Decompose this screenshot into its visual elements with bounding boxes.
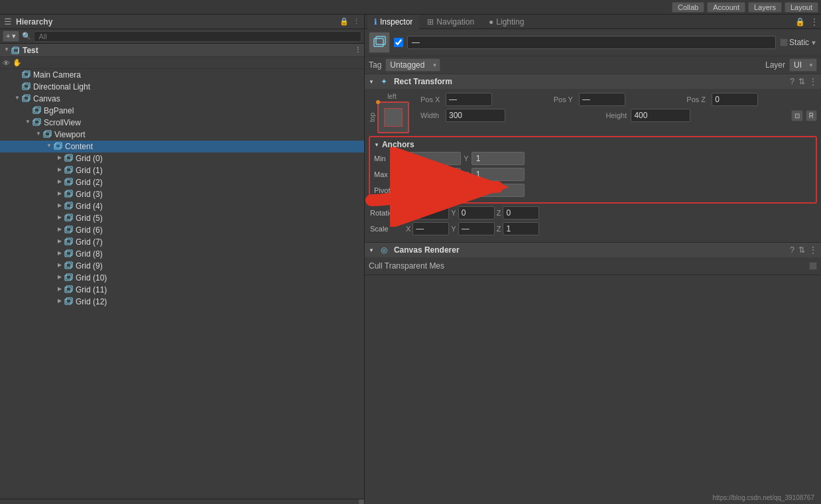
object-preview [369,32,390,53]
posx-label: Pos X [420,95,444,103]
collab-button[interactable]: Collab [672,2,704,13]
tree-item-label: Grid (10) [76,273,107,283]
cube-icon [64,285,73,294]
canvas-renderer-header[interactable]: ▼ ◎ Canvas Renderer ? ⇅ ⋮ [365,243,821,257]
tree-root[interactable]: Test ⋮ [0,44,364,57]
layers-button[interactable]: Layers [748,2,782,13]
tab-navigation[interactable]: ⊞ Navigation [420,15,481,29]
active-checkbox-area[interactable] [394,38,403,47]
layer-select[interactable]: UI [789,58,817,72]
hierarchy-panel: ☰ Hierarchy 🔒 ⋮ + ▾ 🔍 Test [0,15,365,504]
list-item[interactable]: Grid (0) [0,153,364,164]
inspector-panel: ℹ Inspector ⊞ Navigation ● Lighting 🔒 ⋮ [365,15,821,504]
constrain-btn[interactable]: ⊡ [791,110,803,121]
rect-transform-title: Rect Transform [394,77,786,86]
list-item[interactable]: Grid (5) [0,212,364,224]
pivot-y-input[interactable] [472,184,525,197]
rect-transform-header[interactable]: ▼ ✦ Rect Transform ? ⇅ ⋮ [365,74,821,89]
tree-item-label: Content [65,142,93,151]
min-x-input[interactable] [408,152,461,165]
tab-lighting[interactable]: ● Lighting [482,15,531,29]
list-item[interactable]: Grid (6) [0,224,364,236]
list-item[interactable]: Main Camera [0,69,364,81]
static-dropdown-arrow[interactable]: ▼ [810,39,817,46]
max-x-input[interactable] [408,168,461,181]
cube-icon [64,225,73,235]
static-checkbox[interactable] [780,38,788,46]
list-item[interactable]: Grid (8) [0,248,364,260]
inspector-content: Static ▼ Tag Untagged Layer UI [365,29,821,504]
svg-rect-33 [66,250,72,255]
list-item[interactable]: Viewport [0,129,364,141]
min-y-input[interactable] [472,152,525,165]
width-input[interactable] [446,109,505,122]
add-button[interactable]: + ▾ [3,31,19,42]
object-name-input[interactable] [407,36,776,49]
expand-arrow [3,46,11,54]
tab-inspector[interactable]: ℹ Inspector [367,15,419,29]
max-y-input[interactable] [472,168,525,181]
expand-arrow [45,143,53,151]
tag-layer-row: Tag Untagged Layer UI [365,56,821,74]
svg-rect-24 [65,204,71,209]
list-item[interactable]: Content [0,141,364,153]
pivot-x-input[interactable] [408,184,461,197]
layout-button[interactable]: Layout [785,2,818,13]
list-item[interactable]: Grid (4) [0,200,364,212]
anchor-box[interactable] [377,101,409,133]
anchor-icon: ✦ [381,77,387,86]
tag-select-wrapper[interactable]: Untagged [385,58,440,72]
rot-z-input[interactable] [503,206,539,220]
list-item[interactable]: Canvas [0,93,364,105]
list-item[interactable]: BgPanel [0,105,364,117]
tag-label: Tag [369,60,381,70]
rot-x-input[interactable] [412,206,449,220]
posz-input[interactable] [712,93,758,106]
list-item[interactable]: Grid (9) [0,260,364,272]
list-item[interactable]: Grid (10) [0,272,364,284]
list-item[interactable]: Grid (11) [0,284,364,296]
help-icon[interactable]: ? [790,77,794,86]
list-item[interactable]: Directional Light [0,81,364,93]
cr-help-icon[interactable]: ? [790,245,794,255]
account-button[interactable]: Account [707,2,745,13]
list-item[interactable]: Grid (2) [0,176,364,188]
posy-input[interactable] [579,93,625,106]
search-input[interactable] [34,31,361,42]
layer-select-wrapper[interactable]: UI [789,58,817,72]
list-item[interactable]: Grid (1) [0,164,364,176]
anchor-visual[interactable]: left top [369,93,415,133]
cr-more-icon[interactable]: ⋮ [809,245,817,255]
svg-rect-12 [44,132,50,137]
list-item[interactable]: Grid (7) [0,236,364,248]
active-checkbox[interactable] [394,38,403,47]
svg-rect-13 [45,131,51,136]
height-input[interactable] [631,109,690,122]
scale-z-input[interactable] [503,222,539,235]
list-item[interactable]: ScrollView [0,117,364,129]
cull-checkbox[interactable] [809,262,817,270]
expand-arrow-anchors: ▼ [374,142,379,148]
layer-label: Layer [765,60,785,70]
blueprint-btn[interactable]: R [806,110,817,121]
cr-adjust-icon[interactable]: ⇅ [798,245,805,255]
expand-arrow [56,298,64,306]
width-label: Width [420,111,444,119]
cube-icon [21,94,31,103]
list-item[interactable]: Grid (3) [0,188,364,200]
cr-icons: ? ⇅ ⋮ [790,245,817,255]
svg-rect-41 [66,298,72,303]
rot-y-input[interactable] [458,206,495,220]
tree-item-label: Grid (12) [76,297,107,306]
scale-y-input[interactable] [458,222,495,235]
posx-input[interactable] [446,93,492,106]
expand-arrow [56,155,64,162]
scale-x-input[interactable] [412,222,449,235]
hierarchy-tree[interactable]: Test ⋮ 👁 ✋ Main Camera [0,44,364,499]
tag-select[interactable]: Untagged [385,58,440,72]
list-item[interactable]: Grid (12) [0,296,364,308]
more-icon[interactable]: ⋮ [809,77,817,86]
tree-item-label: Viewport [54,130,85,139]
adjust-icon[interactable]: ⇅ [798,77,805,86]
svg-rect-31 [66,238,72,243]
